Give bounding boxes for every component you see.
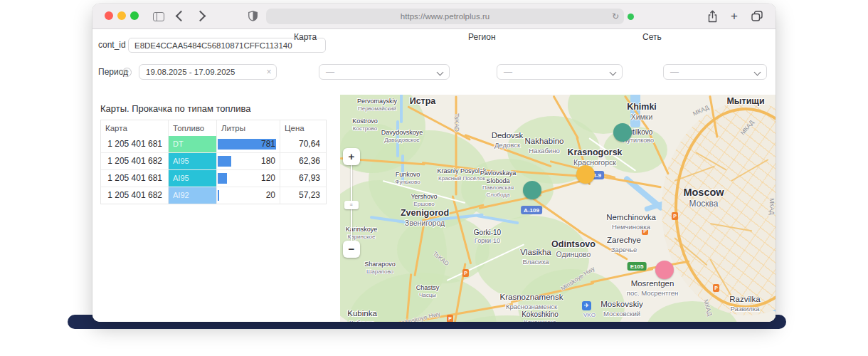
liters-bar xyxy=(218,190,219,201)
column-header: Топливо xyxy=(168,120,216,136)
fuel-type-cell: AI95 xyxy=(168,170,216,187)
map-place-label: ZvenigorodЗвенигород xyxy=(401,208,449,227)
reload-icon[interactable]: ↻ xyxy=(612,9,619,24)
map[interactable]: PervomayskiyПервомайскийИстраKostrovoКос… xyxy=(340,95,776,322)
share-icon[interactable] xyxy=(707,10,718,26)
map-place-label: OdintsovoОдинцово xyxy=(551,239,596,258)
liters-bar xyxy=(218,173,227,184)
liters-value: 180 xyxy=(261,153,275,169)
river xyxy=(400,95,403,123)
map-place-label: NakhabinoНахабино xyxy=(525,137,564,155)
map-place-label: NemchinovkaНемчиновка xyxy=(606,213,656,231)
map-place-label: FunkovoФуньково xyxy=(395,171,420,185)
price-cell: 62,36 xyxy=(280,153,326,169)
tab-overview-icon[interactable] xyxy=(751,11,763,24)
zoom-window-button[interactable] xyxy=(130,11,139,20)
fuel-type-cell: DT xyxy=(168,136,216,152)
road-badge: А-109 xyxy=(521,206,542,214)
card-number-cell: 1 205 401 682 xyxy=(101,187,168,204)
address-bar[interactable]: https://www.petrolplus.ru ↻ xyxy=(266,9,624,24)
url-text: https://www.petrolplus.ru xyxy=(266,9,624,24)
road-name-label: TsKAD xyxy=(453,113,460,132)
table-row: 1 205 401 681DT78170,64 xyxy=(101,136,326,152)
map-marker[interactable] xyxy=(576,165,595,184)
browser-titlebar[interactable]: https://www.petrolplus.ru ↻ + xyxy=(92,4,776,29)
period-input[interactable] xyxy=(139,64,277,80)
map-place-label: Krasniy PosyolokКрасный Посёлок xyxy=(437,167,486,182)
card-select[interactable]: — xyxy=(319,64,450,80)
fuel-type-cell: AI92 xyxy=(168,187,216,204)
price-cell: 57,23 xyxy=(280,187,326,204)
card-filter-label: Карта xyxy=(294,29,317,45)
map-place-label: PervomayskiyПервомайский xyxy=(357,98,397,112)
map-place-label: Gorki-10Горки-10 xyxy=(474,229,501,244)
map-place-label: KhimkiХимки xyxy=(627,102,657,121)
network-select[interactable]: — xyxy=(663,64,767,80)
help-icon[interactable]: ? xyxy=(122,68,132,77)
fuel-type-cell: AI95 xyxy=(168,153,216,169)
rail-station-icon: Р xyxy=(672,212,678,220)
rail-station-icon: Р xyxy=(713,284,719,292)
liters-bar xyxy=(218,156,231,167)
liters-value: 120 xyxy=(261,170,275,187)
map-place-label: Mosrentgenпос. Мосрентген xyxy=(627,279,678,297)
map-place-label: KostrovoКострово xyxy=(352,117,378,132)
map-marker[interactable] xyxy=(613,123,632,142)
table-title: Карты. Прокачка по типам топлива xyxy=(100,103,250,114)
map-place-label: SharapovoШарапово xyxy=(364,261,396,275)
card-number-cell: 1 205 401 681 xyxy=(101,136,168,152)
card-number-cell: 1 205 401 682 xyxy=(101,153,168,169)
road-badge: E105 xyxy=(628,262,647,271)
privacy-shield-icon[interactable] xyxy=(248,11,258,24)
column-header: Литры xyxy=(216,120,280,136)
table-header-row: КартаТопливоЛитрыЦена xyxy=(101,120,326,136)
close-window-button[interactable] xyxy=(105,11,113,20)
region-filter-label: Регион xyxy=(468,29,496,45)
map-place-label: YershovoЕршово xyxy=(411,193,437,207)
map-place-label: KubinkaКубинка xyxy=(347,309,377,322)
column-header: Цена xyxy=(280,120,326,136)
map-place-label: KrasnoznamenskКраснознаменск xyxy=(500,293,563,310)
cont-id-label: cont_id xyxy=(98,38,126,53)
map-place-label: KokoshkinoКокошкино xyxy=(522,310,559,322)
map-marker[interactable] xyxy=(523,181,541,199)
browser-window: https://www.petrolplus.ru ↻ + cont_id xyxy=(92,4,776,322)
network-filter-label: Сеть xyxy=(642,29,662,45)
region-select[interactable]: — xyxy=(497,64,623,80)
back-icon[interactable] xyxy=(176,11,187,22)
map-place-label: ZarechyeЗаречье xyxy=(607,236,641,253)
map-place-label: KrasnogorskКрасногорск xyxy=(567,147,622,167)
liters-value: 20 xyxy=(266,187,275,204)
airport-code-label: VKO xyxy=(583,312,596,318)
table-row: 1 205 401 682AI922057,23 xyxy=(101,187,326,204)
new-tab-icon[interactable]: + xyxy=(731,8,738,25)
map-place-label: Мытищи xyxy=(726,96,764,107)
liters-cell: 120 xyxy=(216,170,280,187)
liters-cell: 180 xyxy=(216,153,280,169)
price-cell: 70,64 xyxy=(280,136,326,152)
fuel-table: КартаТопливоЛитрыЦена 1 205 401 681DT781… xyxy=(100,120,327,204)
zoom-out-button[interactable]: − xyxy=(343,241,360,258)
map-place-label: VlasikhaВласиха xyxy=(520,248,551,266)
minimize-window-button[interactable] xyxy=(117,11,126,20)
map-place-label: MoskovskiyМосковский xyxy=(600,300,642,318)
map-place-label: RazvilkaРазвилка xyxy=(729,295,760,313)
forward-icon[interactable] xyxy=(195,11,206,22)
map-marker[interactable] xyxy=(655,261,674,279)
liters-cell: 781 xyxy=(216,136,280,152)
zoom-in-button[interactable]: + xyxy=(343,148,360,165)
zoom-slider-handle[interactable]: ≡ xyxy=(344,201,359,209)
desktop: https://www.petrolplus.ru ↻ + cont_id xyxy=(0,0,868,356)
road-name-label: МКАД xyxy=(768,198,776,215)
map-place-label: DavydovskoyeДавыдовское xyxy=(381,129,423,143)
rail-station-icon: Р xyxy=(447,315,453,322)
sidebar-toggle-icon[interactable] xyxy=(153,12,164,21)
clear-period-icon[interactable]: × xyxy=(263,64,275,80)
rail-station-icon: Р xyxy=(462,269,469,277)
extension-icon[interactable] xyxy=(628,14,634,20)
liters-cell: 20 xyxy=(216,187,280,204)
map-place-label: MoscowМосква xyxy=(683,187,724,209)
airport-icon: ✈ xyxy=(582,301,591,310)
liters-value: 781 xyxy=(261,136,275,152)
price-cell: 67,93 xyxy=(280,170,326,187)
